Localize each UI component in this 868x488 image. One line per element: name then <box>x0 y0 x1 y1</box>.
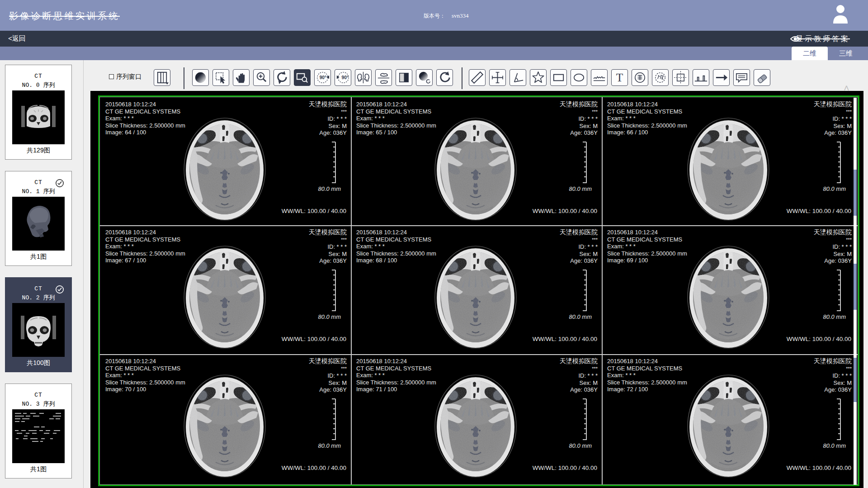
svg-text:T: T <box>616 71 623 84</box>
svg-text:90°: 90° <box>342 75 349 80</box>
svg-text:90°: 90° <box>320 75 326 80</box>
